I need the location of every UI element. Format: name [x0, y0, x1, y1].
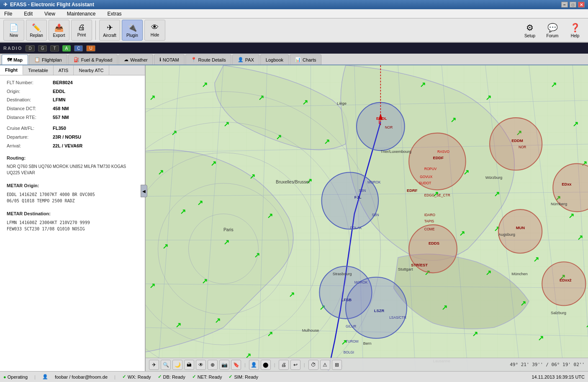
layer-btn4[interactable]: 📷	[219, 360, 229, 370]
close-button[interactable]: ✕	[578, 2, 585, 8]
tab-flightplan[interactable]: 📋 Flightplan	[29, 54, 67, 65]
tab-atis[interactable]: ATIS	[54, 65, 74, 75]
tab-logbook[interactable]: Logbook	[260, 54, 289, 65]
bookmark-btn[interactable]: 🔖	[231, 360, 241, 370]
flight-info-panel: FLT Number: BER8024 Origin: EDDL Destina…	[0, 75, 145, 371]
radio-d-button[interactable]: D	[26, 45, 34, 52]
hide-icon: 👁	[151, 23, 159, 32]
svg-text:NOR: NOR	[519, 145, 526, 149]
svg-text:SUDOT: SUDOT	[419, 181, 431, 185]
origin-row: Origin: EDDL	[7, 88, 138, 96]
zoom-in-btn[interactable]: 🔍	[161, 360, 171, 370]
forum-button[interactable]: 💬 Forum	[543, 21, 562, 40]
radio-a-button[interactable]: A	[62, 45, 71, 52]
sim-status: ✓ SIM: Ready	[229, 374, 258, 379]
sim-check-icon: ✓	[229, 374, 232, 379]
svg-text:↗: ↗	[485, 94, 491, 102]
radio-c-button[interactable]: C	[74, 45, 83, 52]
map-toolbar-sep1: |	[244, 362, 246, 367]
svg-text:↗: ↗	[267, 212, 273, 220]
hide-button[interactable]: 👁 Hide	[144, 20, 165, 41]
svg-text:Augsburg: Augsburg	[498, 232, 515, 237]
menu-maintenance[interactable]: Maintenance	[64, 10, 98, 18]
tab-weather[interactable]: ☁ Weather	[118, 54, 153, 65]
plugin-button[interactable]: 🔌 Plugin	[122, 20, 143, 41]
menu-file[interactable]: File	[2, 10, 15, 18]
svg-text:COME: COME	[424, 227, 435, 231]
svg-text:↗: ↗	[223, 120, 229, 128]
menu-extras[interactable]: Extras	[105, 10, 124, 18]
cruise-label: Cruise Alt/FL:	[7, 124, 53, 132]
radio-u-button[interactable]: U	[86, 45, 95, 52]
svg-text:↗: ↗	[573, 120, 578, 128]
flt-number-label: FLT Number:	[7, 79, 53, 87]
left-tabs: Flight Timetable ATIS Nearby ATC	[0, 65, 145, 75]
tab-flight[interactable]: Flight	[0, 65, 23, 75]
svg-text:↗: ↗	[472, 330, 478, 338]
destination-row: Destination: LFMN	[7, 96, 138, 104]
tab-timetable[interactable]: Timetable	[23, 65, 54, 75]
circle-btn[interactable]: ⬤	[261, 360, 271, 370]
svg-text:↗: ↗	[533, 256, 539, 263]
distance-dct-row: Distance DCT: 458 NM	[7, 105, 138, 113]
night-mode-btn[interactable]: 🌙	[172, 360, 182, 370]
grid-btn[interactable]: ⊞	[332, 360, 342, 370]
warning-btn[interactable]: ⚠	[320, 360, 330, 370]
tab-map[interactable]: 🗺 Map	[2, 54, 28, 65]
aircraft-button[interactable]: ✈ Aircraft	[99, 20, 120, 41]
departure-value: 23R / NOR5U	[53, 133, 81, 141]
svg-text:DOLAK: DOLAK	[350, 226, 362, 230]
share-btn[interactable]: ↩	[290, 360, 300, 370]
tab-fuel[interactable]: ⛽ Fuel & Payload	[68, 54, 118, 65]
setup-button[interactable]: ⚙ Setup	[520, 21, 539, 40]
new-button[interactable]: 📄 New	[3, 20, 24, 41]
timer-btn[interactable]: ⏱	[308, 360, 318, 370]
aircraft-position-btn[interactable]: ✈	[149, 360, 159, 370]
export-button[interactable]: 📤 Export	[49, 20, 69, 41]
svg-text:↗: ↗	[459, 230, 465, 237]
svg-text:↗: ↗	[197, 199, 203, 207]
replan-button[interactable]: ✏️ Replan	[26, 20, 47, 41]
destination-label: Destination:	[7, 96, 53, 104]
svg-text:EDDM: EDDM	[511, 139, 523, 143]
tab-route-details[interactable]: 📍 Route Details	[185, 54, 231, 65]
minimize-button[interactable]: −	[561, 2, 568, 8]
svg-text:GILUR: GILUR	[346, 324, 356, 328]
maximize-button[interactable]: □	[570, 2, 576, 8]
help-button[interactable]: ❓ Help	[565, 21, 585, 40]
tab-nearby-atc[interactable]: Nearby ATC	[74, 65, 109, 75]
tab-notam[interactable]: ℹ NOTAM	[154, 54, 185, 65]
menu-view[interactable]: View	[42, 10, 58, 18]
right-toolbar: ⚙ Setup 💬 Forum ❓ Help	[520, 21, 585, 40]
main-tabs: 🗺 Map 📋 Flightplan ⛽ Fuel & Payload ☁ We…	[0, 54, 588, 65]
svg-text:↗: ↗	[324, 138, 330, 146]
print-map-btn[interactable]: 🖨	[279, 360, 289, 370]
map-bottom-toolbar: ✈ 🔍 🌙 🏔 👁 ⊕ 📷 🔖 | 👤 ⬤ | 🖨 ↩ | ⏱ ⚠ ⊞ 49° …	[146, 358, 588, 371]
radio-t-button[interactable]: T	[50, 45, 59, 52]
app-icon: ✈	[3, 2, 8, 8]
map-tab-icon: 🗺	[7, 57, 12, 62]
map-toolbar-sep2: |	[274, 362, 275, 367]
plugin-icon: 🔌	[128, 23, 137, 32]
svg-text:Trier/Luxembourg: Trier/Luxembourg	[380, 150, 411, 154]
layer-btn3[interactable]: ⊕	[208, 360, 218, 370]
layer-btn2[interactable]: 👁	[196, 360, 206, 370]
svg-text:TUROM: TUROM	[346, 339, 359, 343]
print-button[interactable]: 🖨 Print	[71, 20, 92, 41]
weather-tab-icon: ☁	[124, 57, 128, 62]
radio-g-button[interactable]: G	[38, 45, 47, 52]
layer-btn1[interactable]: 🏔	[184, 360, 194, 370]
flightplan-tab-icon: 📋	[34, 57, 40, 62]
svg-text:↗: ↗	[577, 234, 583, 242]
panel-collapse-button[interactable]: ◀	[141, 185, 147, 197]
tab-charts[interactable]: 📊 Charts	[290, 54, 321, 65]
person-btn[interactable]: 👤	[249, 360, 259, 370]
menu-edit[interactable]: Edit	[21, 10, 35, 18]
content-area: Flight Timetable ATIS Nearby ATC FLT Num…	[0, 65, 588, 371]
svg-text:Stuttgart: Stuttgart	[398, 267, 413, 271]
pax-tab-icon: 👤	[238, 57, 244, 62]
svg-text:Bern: Bern	[363, 341, 372, 346]
help-icon: ❓	[570, 23, 580, 33]
tab-pax[interactable]: 👤 PAX	[232, 54, 259, 65]
map-area[interactable]: ↗ ↗ ↗ ↗ ↗ ↗ ↗ ↗ ↗ ↗ ↗ ↗ ↗ ↗ ↗ ↗ ↗ ↗ ↗ ↗	[146, 65, 588, 371]
